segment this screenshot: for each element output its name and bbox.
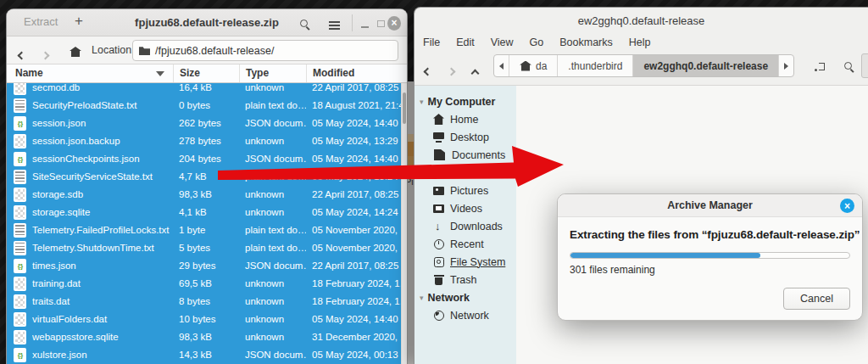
maximize-icon	[377, 20, 385, 27]
file-row[interactable]: storage.sqlite 4,1 kB unknown 05 May 202…	[7, 204, 403, 221]
home-button[interactable]	[70, 45, 81, 60]
file-type-icon	[14, 348, 26, 362]
sidebar-item[interactable]: Network	[415, 306, 516, 324]
file-row[interactable]: Telemetry.ShutdownTime.txt 5 bytes plain…	[7, 239, 403, 257]
sidebar-item-icon	[433, 167, 444, 178]
file-manager-titlebar[interactable]: ew2gghq0.default-release	[415, 8, 868, 33]
window-title: fpjuzu68.default-release.zip	[7, 9, 407, 36]
location-entry[interactable]: /fpjuzu68.default-release/	[132, 40, 398, 61]
file-type-icon	[14, 116, 26, 131]
sidebar-item[interactable]: Desktop	[415, 128, 516, 146]
file-size: 10 bytes	[179, 311, 238, 328]
menu-item[interactable]: View	[491, 36, 514, 48]
breadcrumb-home[interactable]: da	[509, 55, 558, 76]
cancel-button[interactable]: Cancel	[783, 288, 850, 310]
sidebar-item[interactable]: Recent	[415, 235, 516, 253]
close-button[interactable]: ×	[387, 16, 401, 30]
sidebar-item[interactable]: Home	[415, 110, 516, 128]
toggle-location-entry-button[interactable]	[815, 60, 825, 76]
breadcrumb-scroll-left[interactable]	[494, 55, 509, 76]
file-row[interactable]: SiteSecurityServiceState.txt 4,7 kB plai…	[7, 168, 403, 186]
menu-item[interactable]: Go	[530, 36, 544, 48]
column-header-name[interactable]: Name	[7, 64, 173, 82]
file-name: session.json	[32, 115, 172, 132]
column-header-size[interactable]: Size	[173, 64, 239, 82]
file-row[interactable]: times.json 29 bytes JSON docum… 22 April…	[7, 257, 403, 275]
search-button[interactable]	[298, 17, 311, 31]
menu-item[interactable]: Help	[629, 36, 651, 48]
section-label: Network	[428, 292, 470, 304]
maximize-button[interactable]	[374, 17, 387, 31]
section-label: My Computer	[428, 96, 496, 108]
scrollbar-thumb[interactable]	[403, 92, 406, 124]
search-button[interactable]	[843, 60, 854, 76]
list-scrollbar[interactable]	[401, 83, 407, 364]
breadcrumb-current[interactable]: ew2gghq0.default-release	[633, 55, 779, 76]
file-type-icon	[14, 259, 26, 273]
file-row[interactable]: storage.sdb 98,3 kB unknown 22 April 201…	[7, 186, 403, 204]
sidebar-section-network[interactable]: ▾ Network	[415, 288, 516, 306]
menu-item[interactable]: Bookmarks	[559, 36, 613, 48]
sidebar-item-icon	[433, 274, 444, 285]
hamburger-icon	[329, 21, 340, 30]
column-header-type[interactable]: Type	[239, 64, 306, 82]
back-button[interactable]	[425, 63, 431, 78]
sidebar-item[interactable]: Music	[415, 164, 516, 182]
sidebar-item-icon	[433, 132, 444, 143]
file-row[interactable]: webappsstore.sqlite 98,3 kB unknown 31 D…	[7, 328, 403, 346]
menu-item[interactable]: Edit	[456, 36, 475, 48]
dialog-header[interactable]: Archive Manager ×	[558, 194, 862, 217]
file-row[interactable]: virtualFolders.dat 10 bytes unknown 05 M…	[7, 311, 403, 328]
file-type: JSON docum…	[245, 346, 306, 364]
column-header-modified[interactable]: Modified	[306, 64, 400, 82]
file-row[interactable]: session.json.backup 278 bytes unknown 05…	[7, 132, 403, 150]
menu-item[interactable]: File	[423, 36, 440, 48]
sidebar-item[interactable]: Downloads	[415, 217, 516, 235]
archive-titlebar[interactable]: Extract + fpjuzu68.default-release.zip ×	[7, 9, 407, 36]
file-modified: 18 August 2021, 21:41	[312, 97, 401, 115]
file-row[interactable]: secmod.db 16,4 kB unknown 22 April 2017,…	[7, 83, 403, 97]
sidebar-section-my-computer[interactable]: ▾ My Computer	[415, 92, 516, 110]
file-size: 14,3 kB	[179, 346, 238, 364]
file-row[interactable]: training.dat 69,5 kB unknown 18 February…	[7, 275, 403, 293]
extract-button[interactable]: Extract	[24, 15, 58, 28]
sidebar-item-label: Downloads	[450, 221, 503, 232]
file-type: plain text do…	[245, 239, 306, 257]
breadcrumb-scroll-right[interactable]	[779, 55, 793, 76]
dialog-close-button[interactable]: ×	[840, 199, 854, 213]
sidebar-item[interactable]: Documents	[415, 146, 516, 164]
forward-button[interactable]	[42, 47, 48, 62]
file-row[interactable]: traits.dat 8 bytes unknown 18 February 2…	[7, 293, 403, 311]
up-icon	[471, 70, 480, 78]
sidebar-item-icon	[433, 238, 444, 249]
add-files-button[interactable]: +	[75, 13, 83, 30]
file-row[interactable]: xulstore.json 14,3 kB JSON docum… 05 May…	[7, 346, 403, 364]
progress-bar	[570, 252, 850, 259]
back-icon	[424, 68, 432, 76]
file-row[interactable]: sessionCheckpoints.json 204 bytes JSON d…	[7, 150, 403, 168]
sidebar-item[interactable]: Trash	[415, 271, 516, 288]
minimize-button[interactable]	[358, 17, 371, 31]
back-button[interactable]	[19, 47, 25, 62]
file-row[interactable]: session.json 262 bytes JSON docum… 05 Ma…	[7, 115, 403, 132]
breadcrumb-thunderbird[interactable]: .thunderbird	[558, 55, 633, 76]
file-row[interactable]: Telemetry.FailedProfileLocks.txt 1 byte …	[7, 221, 403, 239]
location-entry-icon	[815, 62, 825, 72]
sidebar-item[interactable]: Videos	[415, 199, 516, 217]
file-modified: 18 February 2024, 1…	[312, 275, 401, 293]
menu-button[interactable]	[327, 19, 341, 32]
file-type: plain text do…	[245, 221, 306, 239]
view-toggle-button-partial[interactable]	[861, 53, 868, 78]
file-type: unknown	[245, 204, 306, 221]
forward-button[interactable]	[448, 63, 454, 78]
sidebar: ▾ My Computer Home Desktop	[415, 86, 516, 364]
file-name: traits.dat	[32, 293, 172, 311]
file-type: unknown	[245, 328, 306, 346]
up-button[interactable]	[472, 64, 478, 80]
file-type-icon	[14, 152, 26, 166]
sidebar-item-label: File System	[450, 256, 505, 268]
file-type-icon	[14, 205, 26, 220]
sidebar-item[interactable]: File System	[415, 253, 516, 271]
file-row[interactable]: SecurityPreloadState.txt 0 bytes plain t…	[7, 97, 403, 115]
sidebar-item[interactable]: Pictures	[415, 182, 516, 199]
